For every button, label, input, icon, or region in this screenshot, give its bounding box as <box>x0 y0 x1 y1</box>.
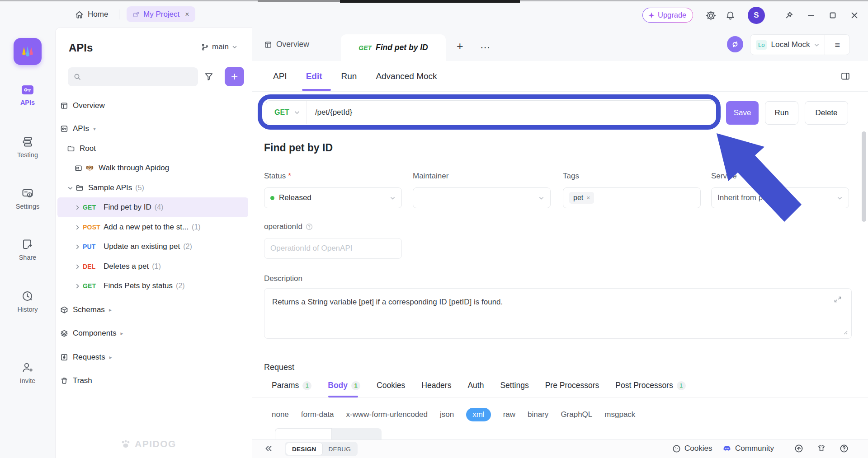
status-select[interactable]: Released <box>264 187 402 208</box>
tree-item-deletes-pet[interactable]: DEL Deletes a pet (1) <box>57 257 248 276</box>
body-type-graphql[interactable]: GraphQL <box>561 410 592 419</box>
tree-item-requests[interactable]: Requests ▸ <box>57 347 248 367</box>
tab-edit[interactable]: Edit <box>306 71 322 81</box>
tab-api[interactable]: API <box>273 71 287 81</box>
chevron-down-icon <box>232 44 237 50</box>
maximize-icon[interactable] <box>827 10 838 21</box>
right-panel-toggle-icon[interactable] <box>840 71 850 81</box>
scrollbar-thumb[interactable] <box>862 131 866 222</box>
tree-item-finds-by-status[interactable]: GET Finds Pets by status (2) <box>57 276 248 296</box>
tab-cookies[interactable]: Cookies <box>377 381 405 390</box>
endpoint-url-bar[interactable]: GET /pet/{petId} <box>266 100 714 124</box>
sync-environment-icon[interactable] <box>727 36 743 52</box>
tree-item-root[interactable]: Root <box>57 139 248 159</box>
help-icon[interactable] <box>840 444 849 453</box>
tab-advanced-mock[interactable]: Advanced Mock <box>376 71 437 81</box>
tab-headers[interactable]: Headers <box>421 381 451 390</box>
swag-tshirt-icon[interactable] <box>817 444 826 453</box>
body-type-xml-selected[interactable]: xml <box>466 408 491 421</box>
sidebar-item-invite[interactable]: Invite <box>0 361 55 384</box>
pin-icon[interactable] <box>783 10 794 21</box>
operationid-label: operationId <box>264 222 313 231</box>
body-type-urlencoded[interactable]: x-www-form-urlencoded <box>346 410 428 419</box>
updates-icon[interactable] <box>794 444 803 453</box>
sidebar-item-apis[interactable]: APIs <box>0 84 55 106</box>
tab-params[interactable]: Params1 <box>272 381 311 390</box>
description-textarea[interactable]: Returns a String variable [pet] if a cor… <box>264 288 852 339</box>
tree-item-schemas[interactable]: Schemas ▸ <box>57 300 248 320</box>
chevron-down-icon <box>390 195 396 201</box>
close-project-icon[interactable]: × <box>185 10 189 19</box>
debug-mode-button[interactable]: DEBUG <box>323 443 357 455</box>
upgrade-button[interactable]: Upgrade <box>642 8 693 23</box>
branch-name: main <box>212 42 229 51</box>
tab-body[interactable]: Body1 <box>328 381 360 390</box>
delete-button[interactable]: Delete <box>805 101 848 125</box>
sidebar-item-testing[interactable]: Testing <box>0 136 55 159</box>
sidebar-item-share[interactable]: Share <box>0 238 55 261</box>
cookies-button[interactable]: Cookies <box>672 444 712 453</box>
expand-icon[interactable] <box>834 295 842 304</box>
close-window-icon[interactable] <box>849 10 860 21</box>
add-api-button[interactable]: + <box>225 67 244 86</box>
body-type-raw[interactable]: raw <box>503 410 515 419</box>
body-type-binary[interactable]: binary <box>528 410 548 419</box>
chevron-down-icon <box>814 42 820 48</box>
tab-settings[interactable]: Settings <box>500 381 528 390</box>
settings-gear-icon[interactable] <box>705 10 716 21</box>
remove-tag-icon[interactable]: × <box>586 194 590 201</box>
collapse-sidebar-icon[interactable] <box>264 444 273 453</box>
sidebar-item-history[interactable]: History <box>0 290 55 313</box>
body-type-none[interactable]: none <box>272 410 289 419</box>
status-value: Released <box>279 193 311 202</box>
caret-right-icon: ▸ <box>109 354 112 360</box>
tree-item-add-new-pet[interactable]: POST Add a new pet to the st... (1) <box>57 217 248 237</box>
save-button[interactable]: Save <box>726 101 759 125</box>
tag-chip[interactable]: pet × <box>569 192 594 204</box>
maintainer-select[interactable] <box>413 187 551 208</box>
operationid-input[interactable]: OperationId of OpenAPI <box>264 238 402 259</box>
branch-selector[interactable]: main <box>201 42 237 51</box>
new-tab-icon[interactable]: + <box>457 41 463 52</box>
resize-handle-icon[interactable] <box>842 329 848 335</box>
more-tabs-icon[interactable]: ⋯ <box>480 42 491 53</box>
tab-auth[interactable]: Auth <box>467 381 484 390</box>
doc-tab-overview[interactable]: Overview <box>264 40 309 49</box>
env-menu-icon[interactable]: ≡ <box>825 40 849 50</box>
titlebar-divider <box>119 9 119 19</box>
tags-input[interactable]: pet × <box>563 187 701 208</box>
tree-item-components[interactable]: Components ▸ <box>57 323 248 343</box>
run-button[interactable]: Run <box>765 101 798 125</box>
body-type-form-data[interactable]: form-data <box>301 410 334 419</box>
body-type-json[interactable]: json <box>440 410 454 419</box>
design-mode-button[interactable]: DESIGN <box>286 443 323 455</box>
home-tab[interactable]: Home <box>72 7 111 22</box>
doc-tab-find-pet[interactable]: GET Find pet by ID <box>341 34 446 61</box>
community-button[interactable]: Community <box>722 444 774 453</box>
minimize-icon[interactable] <box>806 10 816 21</box>
tab-pre-processors[interactable]: Pre Processors <box>545 381 599 390</box>
tree-item-sample-apis[interactable]: Sample APIs (5) <box>57 178 248 198</box>
sidebar-item-settings[interactable]: Settings <box>0 187 55 210</box>
tree-item-update-pet[interactable]: PUT Update an existing pet (2) <box>57 237 248 257</box>
tree-item-trash[interactable]: Trash <box>57 371 248 391</box>
environment-selector[interactable]: Lo Local Mock ≡ <box>750 34 850 55</box>
url-input[interactable]: /pet/{petId} <box>315 108 352 117</box>
apidog-logo[interactable] <box>14 38 42 65</box>
notifications-bell-icon[interactable] <box>725 10 736 21</box>
tab-run[interactable]: Run <box>341 71 357 81</box>
sidebar-item-label: History <box>17 306 38 313</box>
body-type-msgpack[interactable]: msgpack <box>604 410 635 419</box>
project-tab[interactable]: My Project × <box>127 6 195 22</box>
tab-post-processors[interactable]: Post Processors1 <box>615 381 685 390</box>
avatar[interactable]: S <box>748 7 765 24</box>
tree-item-find-pet-by-id[interactable]: GET Find pet by ID (4) <box>57 197 248 217</box>
search-input[interactable] <box>68 67 198 86</box>
tree-item-overview[interactable]: Overview <box>57 96 248 116</box>
tree-item-walkthrough[interactable]: Walk through Apidog <box>57 158 248 178</box>
filter-icon[interactable] <box>204 72 213 81</box>
home-label: Home <box>88 10 108 19</box>
tree-item-apis[interactable]: APIs ▾ <box>57 119 248 139</box>
description-text: Returns a String variable [pet] if a cor… <box>272 298 503 306</box>
method-select[interactable]: GET <box>274 108 289 117</box>
